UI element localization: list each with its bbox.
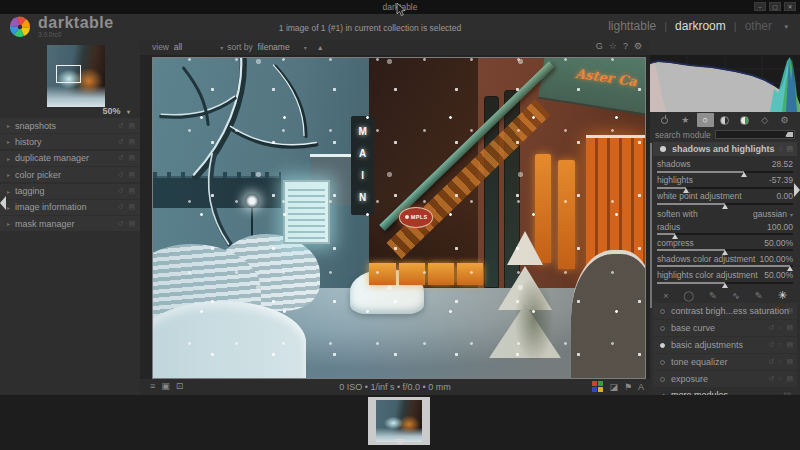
module-enabled-icon[interactable] (660, 146, 666, 152)
module-basic-adjustments[interactable]: basic adjustments ↺○▤ (653, 337, 797, 353)
tab-other[interactable]: other (745, 19, 772, 33)
app-logo: darktable 3.0.0rc0 (8, 15, 114, 39)
presets-icon: ▤ (786, 341, 793, 349)
softproof-icon[interactable]: ⚑ (624, 382, 632, 392)
module-power-icon[interactable] (660, 309, 665, 314)
grouping-icon[interactable]: G (596, 41, 603, 51)
multi-instance-icon[interactable]: ↺ (768, 145, 774, 153)
app-version: 3.0.0rc0 (38, 31, 114, 38)
collapse-left-panel-arrow[interactable] (0, 196, 6, 210)
chevron-down-icon[interactable]: ▾ (784, 23, 788, 31)
reset-icon[interactable]: ↺ (118, 154, 124, 162)
active-group-icon[interactable]: ○ (697, 113, 714, 127)
slider-white-point-adjustment[interactable]: white point adjustment0.00 (653, 190, 797, 206)
right-panel-scrollbar[interactable] (650, 143, 652, 308)
favorites-star-icon[interactable]: ★ (677, 113, 694, 127)
edited-image-canvas[interactable]: Aster Ca M A I N MPLS (152, 57, 646, 379)
mouse-cursor-icon (396, 3, 408, 17)
module-power-icon[interactable] (660, 326, 665, 331)
drawn-mask-icon[interactable]: ✎ (709, 290, 717, 301)
presets-icon[interactable]: ▤ (128, 138, 135, 146)
filmstrip-thumbnail-selected[interactable] (368, 397, 430, 445)
zoom-level[interactable]: 50% ▾ (102, 106, 134, 116)
module-search-input[interactable] (715, 130, 795, 139)
sort-select[interactable]: filename (258, 42, 290, 52)
module-tone-equalizer[interactable]: tone equalizer ↺○▤ (653, 354, 797, 370)
raw-overexposed-icon[interactable] (592, 381, 603, 392)
presets-icon: ▤ (786, 307, 793, 315)
blend-uniformly-icon[interactable]: ◯ (683, 290, 694, 301)
presets-icon[interactable]: ▤ (786, 145, 793, 153)
darkroom-toolbar: view all ▾ sort by filename ▾ ▲ G ☆ ? ⚙ (140, 40, 650, 55)
panel-mask-manager[interactable]: ▸ mask manager ↺▤ (0, 216, 140, 231)
module-power-icon[interactable] (660, 377, 665, 382)
slider-highlights[interactable]: highlights-57.39 (653, 174, 797, 190)
overlays-icon[interactable]: ☆ (609, 41, 617, 51)
module-shadows-and-highlights-header[interactable]: shadows and highlights ↺ ○ ▤ (653, 142, 797, 156)
help-icon[interactable]: ? (623, 41, 628, 51)
presets-icon[interactable]: ▤ (128, 203, 135, 211)
panel-duplicate-manager[interactable]: ▸ duplicate manager ↺▤ (0, 151, 140, 166)
panel-history[interactable]: ▸ history ↺▤ (0, 134, 140, 149)
tab-lighttable[interactable]: lighttable (608, 19, 656, 33)
navigation-thumbnail[interactable] (47, 45, 105, 107)
collapse-right-panel-arrow[interactable] (794, 183, 800, 197)
presets-icon[interactable]: ▤ (128, 220, 135, 228)
minimize-button[interactable]: – (754, 2, 766, 11)
module-base-curve[interactable]: base curve ↺○▤ (653, 320, 797, 336)
drawn-parametric-mask-icon[interactable]: ✎ (755, 290, 763, 301)
view-filter-select[interactable]: all (174, 42, 183, 52)
module-power-icon[interactable] (660, 360, 665, 365)
overexposed-icon[interactable]: ◪ (609, 382, 618, 392)
reset-icon[interactable]: ↺ (118, 138, 124, 146)
histogram[interactable] (650, 55, 800, 112)
panel-tagging[interactable]: ▸ tagging ↺▤ (0, 184, 140, 199)
color-group-icon[interactable] (736, 113, 753, 127)
reset-icon[interactable]: ↺ (118, 220, 124, 228)
presets-icon[interactable]: ▤ (128, 154, 135, 162)
module-exposure[interactable]: exposure ↺○▤ (653, 371, 797, 387)
panel-color-picker[interactable]: ▸ color picker ↺▤ (0, 167, 140, 182)
slider-compress[interactable]: compress50.00% (653, 237, 797, 253)
chevron-down-icon[interactable]: ▾ (220, 44, 223, 51)
reset-icon[interactable]: ↺ (118, 203, 124, 211)
maximize-button[interactable]: ▢ (769, 2, 781, 11)
basic-group-icon[interactable] (716, 113, 733, 127)
blend-off-icon[interactable]: × (663, 290, 669, 301)
multi-instance-icon: ↺ (768, 307, 774, 315)
reset-icon[interactable]: ↺ (118, 187, 124, 195)
expander-arrow-icon: ▸ (7, 122, 10, 129)
module-contrast-brightness-saturation[interactable]: contrast brigh...ess saturation ↺○▤ (653, 303, 797, 319)
reset-icon[interactable]: ○ (778, 145, 782, 153)
module-power-tab[interactable] (657, 113, 674, 127)
presets-icon[interactable]: ▤ (128, 122, 135, 130)
correction-group-icon[interactable]: ◇ (756, 113, 773, 127)
panel-image-information[interactable]: ▸ image information ↺▤ (0, 200, 140, 215)
sort-direction-button[interactable]: ▲ (317, 44, 324, 51)
parametric-mask-icon[interactable]: ∿ (732, 290, 740, 301)
close-button[interactable]: ✕ (784, 2, 796, 11)
slider-shadows-color-adjustment[interactable]: shadows color adjustment100.00% (653, 253, 797, 269)
preferences-gear-icon[interactable]: ⚙ (634, 41, 642, 51)
presets-icon[interactable]: ▤ (128, 187, 135, 195)
raster-mask-icon[interactable]: ✳ (778, 289, 787, 302)
search-toggle-icon[interactable] (785, 132, 793, 137)
expander-arrow-icon: ▸ (7, 171, 10, 178)
effects-group-icon[interactable]: ⚙ (776, 113, 793, 127)
panel-snapshots[interactable]: ▸ snapshots ↺▤ (0, 118, 140, 133)
reset-icon: ○ (778, 341, 782, 349)
navigation-zoom-region[interactable] (56, 65, 82, 84)
tab-darkroom[interactable]: darkroom (675, 19, 726, 33)
gamut-check-icon[interactable]: A (638, 382, 644, 392)
module-power-icon[interactable] (660, 343, 665, 348)
chevron-down-icon[interactable]: ▾ (304, 44, 307, 51)
multi-instance-icon: ↺ (768, 375, 774, 383)
slider-highlights-color-adjustment[interactable]: highlights color adjustment50.00% (653, 269, 797, 285)
window-controls: – ▢ ✕ (754, 2, 796, 11)
slider-shadows[interactable]: shadows28.52 (653, 158, 797, 174)
presets-icon[interactable]: ▤ (128, 171, 135, 179)
filmstrip-collapse-arrow[interactable] (394, 439, 406, 445)
slider-radius[interactable]: radius100.00 (653, 221, 797, 237)
reset-icon[interactable]: ↺ (118, 122, 124, 130)
reset-icon[interactable]: ↺ (118, 171, 124, 179)
